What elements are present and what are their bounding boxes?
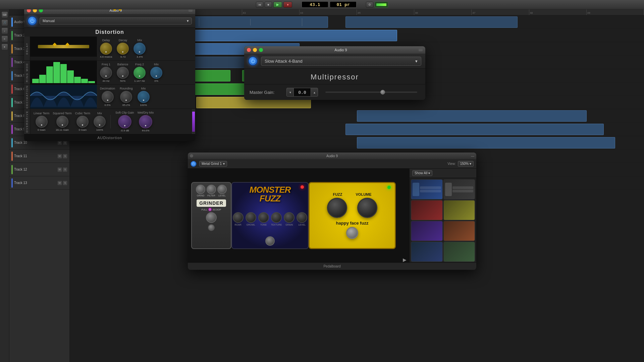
view-dropdown[interactable]: 150% ▾ xyxy=(458,161,474,167)
cubic-knob[interactable] xyxy=(76,116,89,128)
wetdry-knob[interactable] xyxy=(139,115,152,128)
squared-knob-group: Squared Term 18.11 Gain xyxy=(53,112,71,131)
ringmod-label: RING MOD xyxy=(24,61,30,84)
hff-name: happy face fuzz xyxy=(336,221,369,226)
decay-knob-group: Decay 9.73 xyxy=(117,39,129,58)
master-gain-control: ▾ 0.0 ▴ xyxy=(286,88,318,97)
gain-slider-thumb[interactable] xyxy=(380,90,385,95)
pedalboard-titlebar: Audio 9 — xyxy=(188,153,476,159)
overdrive-content: Linear Term 0 Gain Squared Term 18.11 Ga… xyxy=(30,109,191,134)
ringmod-mix-knob-group: Mix 0% xyxy=(150,63,162,82)
pedal-thumbnail[interactable] xyxy=(411,200,443,220)
hff-labels: FUZZ VOLUME xyxy=(333,192,371,196)
pedal-thumbnail[interactable] xyxy=(411,242,443,262)
pedal-thumbnail[interactable] xyxy=(443,200,475,220)
pedalboard-header-row: ⏻ Metal Grind 1 ▾ View: 150% ▾ xyxy=(188,159,476,169)
rounding-knob[interactable] xyxy=(120,91,132,103)
gain-increase-button[interactable]: ▴ xyxy=(311,88,318,97)
pedal-thumbnail[interactable] xyxy=(443,242,475,262)
ringmod-mix-knob[interactable] xyxy=(150,67,162,79)
pedalboard-power-button[interactable]: ⏻ xyxy=(191,161,197,167)
audio-clip[interactable] xyxy=(345,124,604,135)
gain-slider-track[interactable] xyxy=(325,92,417,93)
audio-clip[interactable] xyxy=(357,137,615,148)
decay-knob[interactable] xyxy=(117,43,129,55)
grinder-filter-knob: FILTER xyxy=(207,185,216,197)
pedalboard-preset-dropdown[interactable]: Metal Grind 1 ▾ xyxy=(199,161,227,167)
pedal-thumbnail[interactable] xyxy=(411,179,443,199)
pedalboard-plugin-window: Audio 9 — ⏻ Metal Grind 1 ▾ View: 150% ▾ xyxy=(188,153,476,270)
multipressor-minimize-button[interactable] xyxy=(253,48,257,52)
toolbar-play[interactable]: ▶ xyxy=(273,2,282,8)
grinder-level-knob: LEVEL xyxy=(217,185,227,197)
sidebar-icon-4[interactable]: ≡ xyxy=(1,36,8,42)
pedal-thumbnail[interactable] xyxy=(443,221,475,241)
linear-knob-group: Linear Term 0 Gain xyxy=(34,112,49,131)
toolbar-rewind[interactable]: ⏮ xyxy=(256,2,263,8)
sidebar-icon-5[interactable]: ✦ xyxy=(1,44,8,50)
grinder-knobs-row: GRIND FILTER LEVEL xyxy=(196,185,227,197)
freq2-knob-group: Freq 2 1.147 Hz xyxy=(133,63,146,82)
monster-footswitch[interactable] xyxy=(265,236,275,246)
multipressor-close-button[interactable] xyxy=(247,48,251,52)
toolbar-stop[interactable]: ■ xyxy=(265,2,272,8)
track-header: Track 11MS xyxy=(9,149,69,163)
gain-decrease-button[interactable]: ▾ xyxy=(286,88,294,97)
grinder-name-plate: GRINDER xyxy=(197,199,226,207)
toolbar-record[interactable]: ● xyxy=(283,2,292,8)
sidebar-icon-1[interactable]: ⌨ xyxy=(1,11,8,18)
pedal-thumbnail[interactable] xyxy=(443,179,475,199)
multipressor-header: ⏻ Slow Attack 4-Band ▾ xyxy=(244,54,425,69)
overdrive-mix-knob[interactable] xyxy=(94,116,106,128)
squared-knob[interactable] xyxy=(56,116,68,128)
pedalboard-stage: GRIND FILTER LEVEL GRINDER FULL SCOOP xyxy=(188,169,409,262)
ringmod-visualizer xyxy=(30,61,97,84)
show-all-dropdown[interactable]: Show All ▾ xyxy=(412,170,432,176)
hff-volume-knob[interactable] xyxy=(357,198,377,218)
decimation-section: DECIMATION Decimation 0.5% xyxy=(24,85,195,109)
pedalboard-scroll-arrow[interactable]: ▶ xyxy=(403,257,407,262)
delay-content: Delay 4.6 msecs Decay 9.73 xyxy=(30,37,195,60)
decimation-knob[interactable] xyxy=(102,91,114,103)
hff-footswitch[interactable] xyxy=(346,227,358,239)
multipressor-preset-dropdown[interactable]: Slow Attack 4-Band ▾ xyxy=(261,57,421,66)
freq2-knob[interactable] xyxy=(133,67,146,79)
linear-knob[interactable] xyxy=(36,116,48,128)
softclip-knob[interactable] xyxy=(118,115,131,128)
audio-clip[interactable] xyxy=(345,16,518,28)
grinder-footswitch[interactable] xyxy=(208,224,215,231)
delay-knob[interactable] xyxy=(100,43,112,55)
sidebar-icon-3[interactable]: ♪ xyxy=(1,27,8,34)
hff-fuzz-knob[interactable] xyxy=(327,198,347,218)
decimation-visualizer xyxy=(30,85,97,109)
power-button[interactable]: ⏻ xyxy=(28,16,37,25)
happy-face-fuzz-pedal: FUZZ VOLUME happy face fuzz xyxy=(309,182,396,249)
multipressor-plugin-title: Multipressor xyxy=(244,69,425,84)
pedalboard-window-title: Audio 9 xyxy=(195,154,470,158)
audio-clip[interactable] xyxy=(357,110,587,122)
pedalboard-close-text[interactable]: — xyxy=(471,154,474,158)
plugin-footer: AUDistortion xyxy=(24,134,195,141)
freq1-knob[interactable] xyxy=(100,67,112,79)
monster-texture-knob: Texture xyxy=(271,212,282,226)
distortion-plugin-window: Audio 9 ⏻ Manual ▾ Distortion DELAY xyxy=(24,7,195,141)
softclip-knob-group: Soft Clip Gain -0.9 dB xyxy=(115,111,134,132)
multipressor-power-button[interactable]: ⏻ xyxy=(248,56,258,66)
multipressor-maximize-button[interactable] xyxy=(259,48,263,52)
decimation-knob-group: Decimation 0.5% xyxy=(100,87,115,107)
sidebar-icon-2[interactable]: 🎵 xyxy=(1,19,8,26)
preset-dropdown[interactable]: Manual ▾ xyxy=(40,17,192,24)
grinder-bottom-knob[interactable] xyxy=(206,212,217,223)
monster-knobs-row: Roar Growl Tone Texture xyxy=(233,212,308,227)
pedal-thumbnail[interactable] xyxy=(411,221,443,241)
balance-knob[interactable] xyxy=(117,67,129,79)
ringmod-content: Freq 1 44 Hz Balance 50% Freq 2 1.147 Hz xyxy=(30,61,195,84)
decimation-mix-knob[interactable] xyxy=(138,91,150,103)
toolbar-settings[interactable]: ⚙ xyxy=(366,2,373,8)
delay-mix-knob[interactable] xyxy=(133,43,146,55)
multipressor-resize[interactable] xyxy=(419,49,423,51)
resize-handle[interactable] xyxy=(189,9,193,12)
pedalboard-close-dot[interactable] xyxy=(190,154,193,158)
global-bar xyxy=(191,109,195,134)
overdrive-mix-knob-group: Mix 100% xyxy=(94,112,106,131)
